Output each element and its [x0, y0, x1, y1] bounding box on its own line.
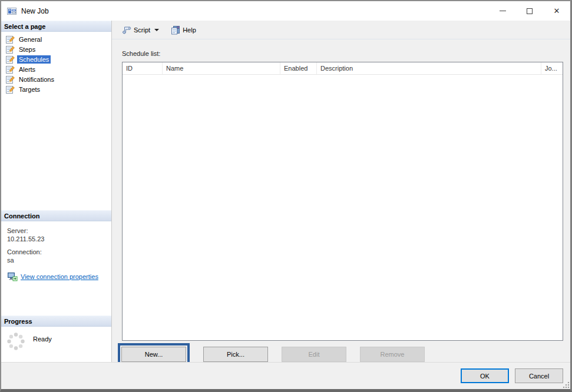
sidebar-item-label: Targets — [17, 85, 42, 94]
page-icon — [5, 75, 15, 84]
sidebar-item-label: Schedules — [17, 55, 51, 64]
script-button-label: Script — [134, 26, 150, 34]
connection-header: Connection — [1, 210, 111, 221]
sidebar-item-steps[interactable]: Steps — [1, 44, 111, 54]
select-a-page-header: Select a page — [1, 21, 111, 32]
remove-schedule-button[interactable]: Remove — [360, 347, 425, 362]
help-icon — [171, 25, 180, 35]
resize-grip[interactable] — [563, 381, 570, 388]
page-icon — [5, 35, 15, 44]
server-value: 10.211.55.23 — [7, 235, 111, 242]
column-header-jobs[interactable]: Jo... — [541, 62, 563, 74]
sidebar-item-label: Notifications — [17, 75, 56, 84]
progress-section: Progress Read — [1, 315, 111, 351]
window-controls: ✕ — [489, 1, 570, 21]
main-panel: Script Help Schedule list: — [112, 21, 570, 362]
window-title: New Job — [21, 7, 49, 15]
toolbar: Script Help — [112, 21, 570, 39]
connection-label: Connection: — [7, 248, 111, 255]
table-body-empty[interactable] — [123, 75, 563, 340]
sidebar-item-targets[interactable]: Targets — [1, 84, 111, 94]
page-icon — [5, 65, 15, 74]
schedule-list-label: Schedule list: — [122, 50, 563, 57]
close-button[interactable]: ✕ — [543, 1, 570, 21]
progress-status: Ready — [33, 335, 52, 343]
edit-schedule-button[interactable]: Edit — [282, 347, 346, 362]
pick-schedule-button[interactable]: Pick... — [203, 347, 268, 362]
maximize-button[interactable] — [516, 1, 543, 21]
column-header-enabled[interactable]: Enabled — [280, 62, 317, 74]
sidebar-item-schedules[interactable]: Schedules — [1, 54, 111, 64]
dialog-footer: OK Cancel — [1, 362, 570, 389]
column-header-id[interactable]: ID — [123, 62, 163, 74]
sidebar-item-general[interactable]: General — [1, 34, 111, 44]
sidebar-item-label: General — [17, 35, 44, 44]
close-icon: ✕ — [554, 7, 560, 15]
progress-header: Progress — [1, 315, 111, 327]
table-header-row: ID Name Enabled Description Jo... — [123, 62, 563, 75]
column-header-description[interactable]: Description — [317, 62, 541, 74]
page-icon — [5, 85, 15, 94]
new-schedule-button[interactable]: New... — [121, 347, 186, 362]
script-dropdown-caret-icon — [154, 29, 159, 31]
help-button[interactable]: Help — [167, 23, 200, 37]
connection-section: Connection Server: 10.211.55.23 Connecti… — [1, 210, 111, 281]
connection-value: sa — [7, 257, 111, 264]
schedules-page-content: Schedule list: ID Name Enabled Descripti… — [112, 39, 570, 366]
view-connection-properties-link[interactable]: View connection properties — [21, 273, 98, 280]
server-label: Server: — [7, 227, 111, 234]
sidebar-item-alerts[interactable]: Alerts — [1, 64, 111, 74]
new-job-dialog: New Job ✕ Select a page — [0, 0, 572, 392]
schedule-list-table[interactable]: ID Name Enabled Description Jo... — [122, 62, 563, 341]
script-icon — [122, 25, 131, 35]
progress-spinner-icon — [6, 331, 26, 351]
minimize-button[interactable] — [489, 1, 516, 21]
minimize-icon — [500, 11, 506, 11]
title-bar: New Job ✕ — [1, 1, 570, 21]
cancel-button[interactable]: Cancel — [515, 368, 563, 383]
sidebar-item-notifications[interactable]: Notifications — [1, 74, 111, 84]
script-button[interactable]: Script — [118, 23, 163, 37]
column-header-name[interactable]: Name — [163, 62, 280, 74]
connection-properties-icon — [7, 272, 18, 281]
new-job-dialog-icon — [7, 6, 16, 16]
dialog-body: Select a page General — [1, 21, 570, 362]
help-button-label: Help — [183, 26, 196, 34]
maximize-icon — [527, 8, 533, 14]
sidebar-item-label: Steps — [17, 45, 37, 54]
page-list: General Steps — [1, 32, 111, 94]
sidebar: Select a page General — [1, 21, 112, 362]
page-icon — [5, 45, 15, 54]
sidebar-item-label: Alerts — [17, 65, 37, 74]
page-icon — [5, 55, 15, 64]
ok-button[interactable]: OK — [461, 368, 509, 383]
select-a-page-section: Select a page General — [1, 21, 111, 94]
